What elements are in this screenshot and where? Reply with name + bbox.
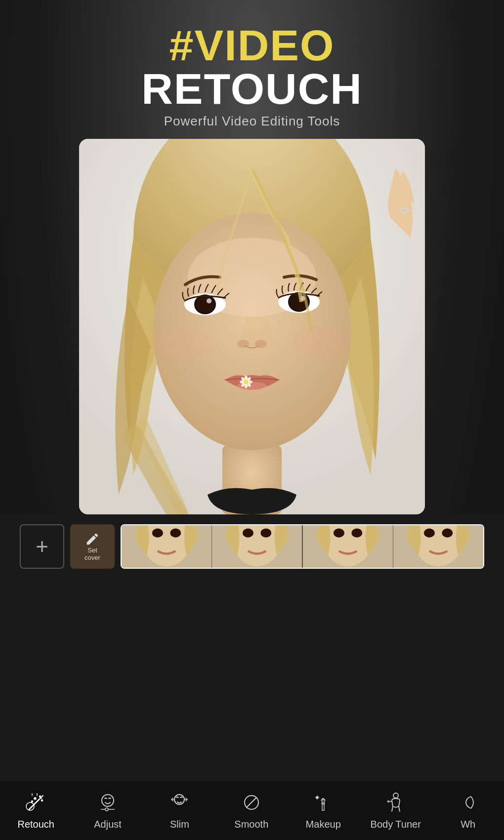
filmstrip-frame-1	[122, 525, 211, 568]
set-cover-button[interactable]: Setcover	[70, 524, 115, 569]
svg-point-31	[152, 529, 163, 538]
makeup-icon	[310, 789, 336, 816]
title-retouch: RETOUCH	[141, 64, 363, 113]
svg-point-15	[156, 329, 210, 359]
svg-point-66	[393, 793, 398, 798]
whitening-label: Wh	[461, 819, 475, 830]
adjust-label: Adjust	[94, 819, 122, 830]
svg-point-48	[41, 800, 42, 801]
page-content: #VIDEO RETOUCH Powerful Video Editing To…	[0, 0, 504, 840]
pencil-icon	[85, 532, 100, 546]
svg-point-40	[351, 529, 362, 538]
svg-point-36	[261, 529, 272, 538]
svg-point-39	[333, 529, 344, 538]
retouch-label: Retouch	[17, 819, 54, 830]
main-photo	[79, 139, 425, 514]
video-filmstrip[interactable]	[121, 524, 484, 569]
app-title: #VIDEO RETOUCH	[141, 24, 363, 111]
smooth-label: Smooth	[234, 819, 268, 830]
svg-point-56	[105, 808, 108, 811]
header-subtitle: Powerful Video Editing Tools	[141, 114, 363, 129]
title-hash: #VIDEO	[169, 21, 335, 70]
svg-point-16	[294, 327, 348, 356]
filmstrip-frame-4	[393, 525, 483, 568]
tool-whitening[interactable]: Wh	[443, 789, 493, 830]
svg-point-49	[31, 801, 33, 802]
retouch-icon	[23, 789, 49, 816]
slim-label: Slim	[170, 819, 189, 830]
add-media-button[interactable]: +	[20, 524, 64, 569]
filmstrip-frame-3	[302, 525, 393, 568]
tool-slim[interactable]: Slim	[155, 789, 204, 830]
timeline-area: + Setcover	[0, 514, 504, 781]
svg-point-54	[102, 795, 114, 806]
svg-point-43	[424, 529, 435, 538]
svg-point-46	[34, 798, 36, 799]
set-cover-label: Setcover	[84, 546, 100, 561]
tool-retouch[interactable]: Retouch	[11, 789, 61, 830]
svg-point-8	[207, 298, 211, 303]
body-tuner-icon	[382, 789, 409, 816]
header: #VIDEO RETOUCH Powerful Video Editing To…	[141, 0, 363, 139]
svg-point-35	[243, 529, 253, 538]
slim-icon	[166, 789, 193, 816]
tool-adjust[interactable]: Adjust	[83, 789, 132, 830]
svg-rect-62	[322, 802, 325, 804]
timeline-strip: + Setcover	[0, 524, 504, 569]
adjust-icon	[94, 789, 121, 816]
tool-body-tuner[interactable]: Body Tuner	[371, 789, 421, 830]
tool-makeup[interactable]: Makeup	[298, 789, 348, 830]
bottom-toolbar: Retouch Adjust	[0, 781, 504, 840]
tool-smooth[interactable]: Smooth	[227, 789, 276, 830]
svg-point-27	[244, 379, 249, 384]
whitening-icon	[455, 789, 481, 816]
svg-point-32	[170, 529, 181, 538]
svg-point-44	[442, 529, 453, 538]
svg-line-61	[247, 798, 256, 807]
smooth-icon	[238, 789, 265, 816]
svg-point-13	[237, 340, 249, 348]
photo-placeholder	[79, 139, 425, 514]
svg-point-14	[255, 340, 267, 348]
svg-point-47	[39, 796, 41, 798]
body-tuner-label: Body Tuner	[371, 819, 421, 830]
filmstrip-frame-2	[211, 525, 302, 568]
makeup-label: Makeup	[306, 819, 341, 830]
plus-icon: +	[36, 536, 48, 557]
